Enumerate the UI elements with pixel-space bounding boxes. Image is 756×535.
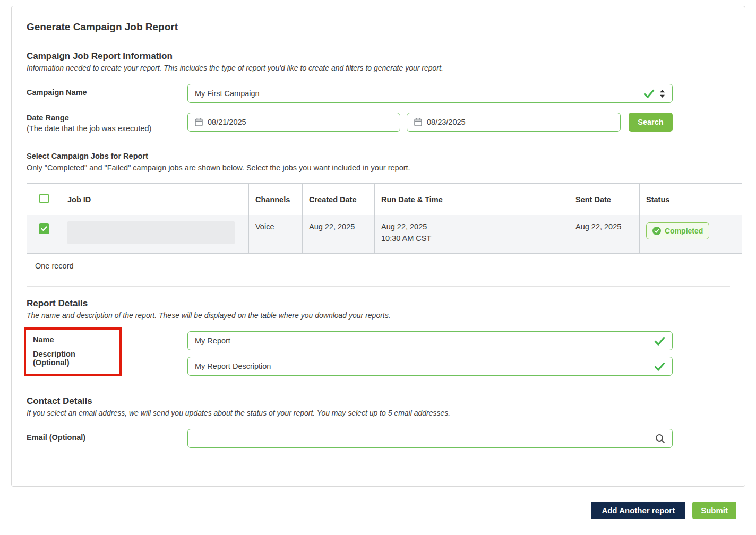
campaign-name-label: Campaign Name	[27, 88, 187, 97]
jobs-heading: Select Campaign Jobs for Report	[27, 152, 730, 160]
report-details-rows: Name Description (Optional)	[27, 331, 730, 376]
report-description-input-wrapper	[187, 357, 673, 376]
end-date-input[interactable]	[427, 118, 613, 126]
jobs-table: Job ID Channels Created Date Run Date & …	[27, 183, 742, 254]
report-description-label: Description (Optional)	[33, 350, 113, 367]
campaign-name-row: Campaign Name My First Campaign	[27, 84, 730, 103]
status-badge[interactable]: Completed	[646, 222, 709, 239]
date-range-sublabel: (The date that the job was executed)	[27, 124, 187, 133]
info-section-heading: Campaign Job Report Information	[27, 51, 730, 62]
column-header-sent-date[interactable]: Sent Date	[569, 184, 640, 215]
valid-check-icon	[643, 89, 655, 98]
start-date-input[interactable]	[208, 118, 393, 126]
calendar-icon	[195, 118, 203, 126]
section-divider	[27, 384, 730, 384]
title-divider	[27, 40, 730, 40]
table-row: Voice Aug 22, 2025 Aug 22, 2025 10:30 AM…	[27, 215, 742, 254]
report-name-input-wrapper	[187, 331, 673, 350]
report-description-input[interactable]	[195, 362, 654, 370]
date-range-row: Date Range (The date that the job was ex…	[27, 113, 730, 133]
page-title: Generate Campaign Job Report	[27, 21, 730, 33]
cell-created-date: Aug 22, 2025	[303, 215, 375, 254]
search-icon[interactable]	[655, 434, 665, 444]
contact-section-description: If you select an email address, we will …	[27, 409, 730, 417]
cell-sent-date: Aug 22, 2025	[569, 215, 640, 254]
email-label: Email (Optional)	[27, 433, 187, 442]
report-section-heading: Report Details	[27, 298, 730, 309]
footer-actions: Add Another report Submit	[0, 502, 756, 519]
calendar-icon	[414, 118, 422, 126]
campaign-name-select[interactable]: My First Campaign	[187, 84, 673, 103]
highlight-red-box: Name Description (Optional)	[24, 327, 122, 376]
start-date-input-wrapper	[187, 113, 400, 132]
email-input-wrapper	[187, 429, 673, 448]
jobs-description: Only "Completed" and "Failed" campaign j…	[27, 163, 730, 172]
report-name-label: Name	[33, 335, 113, 344]
job-id-redacted-value	[67, 221, 235, 244]
search-button[interactable]: Search	[629, 113, 673, 132]
end-date-input-wrapper	[407, 113, 621, 132]
add-another-report-button[interactable]: Add Another report	[591, 502, 685, 519]
column-header-job-id[interactable]: Job ID	[61, 184, 249, 215]
column-header-run-date-time[interactable]: Run Date & Time	[375, 184, 569, 215]
status-badge-label: Completed	[665, 227, 703, 235]
campaign-name-selected-value: My First Campaign	[195, 89, 260, 98]
section-divider	[27, 286, 730, 287]
row-checkbox-checked[interactable]	[39, 223, 49, 234]
jobs-table-header-row: Job ID Channels Created Date Run Date & …	[27, 184, 742, 215]
email-input[interactable]	[195, 434, 655, 443]
generate-report-card: Generate Campaign Job Report Campaign Jo…	[11, 6, 745, 487]
select-sort-arrows-icon	[659, 89, 665, 98]
column-header-created-date[interactable]: Created Date	[303, 184, 375, 215]
date-range-label: Date Range	[27, 114, 187, 122]
completed-check-circle-icon	[652, 227, 661, 235]
column-header-status[interactable]: Status	[640, 184, 742, 215]
run-date: Aug 22, 2025	[381, 222, 562, 231]
report-name-input[interactable]	[195, 336, 654, 345]
record-count: One record	[35, 262, 730, 270]
valid-check-icon	[654, 362, 665, 371]
email-row: Email (Optional)	[27, 429, 730, 448]
cell-channels: Voice	[249, 215, 303, 254]
select-all-checkbox[interactable]	[39, 194, 49, 203]
contact-section-heading: Contact Details	[27, 396, 730, 407]
cell-run-date-time: Aug 22, 2025 10:30 AM CST	[375, 215, 569, 254]
info-section-description: Information needed to create your report…	[27, 64, 730, 72]
submit-button[interactable]: Submit	[692, 502, 736, 519]
column-header-channels[interactable]: Channels	[249, 184, 303, 215]
run-time: 10:30 AM CST	[381, 234, 562, 243]
valid-check-icon	[654, 336, 665, 346]
report-section-description: The name and description of the report. …	[27, 311, 730, 320]
